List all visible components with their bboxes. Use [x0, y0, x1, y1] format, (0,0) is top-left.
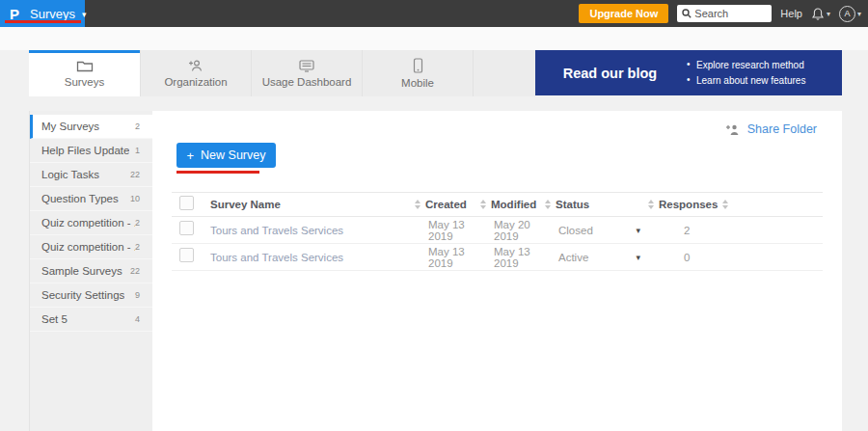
sidebar-item[interactable]: Help Files Update 1 — [30, 139, 152, 163]
row-checkbox-cell — [172, 248, 210, 266]
row-checkbox[interactable] — [179, 248, 194, 262]
search-icon — [682, 9, 692, 18]
status-dropdown[interactable]: ▾ — [636, 253, 640, 262]
sort-icon[interactable] — [722, 200, 728, 209]
sidebar-item-count: 9 — [135, 290, 140, 300]
sidebar-item[interactable]: My Surveys 2 — [30, 115, 152, 139]
sidebar-item[interactable]: Quiz competition - ... 2 — [30, 235, 152, 259]
sidebar-folders: My Surveys 2 Help Files Update 1 Logic T… — [29, 111, 152, 431]
sort-icon[interactable] — [648, 200, 654, 209]
sidebar-item-label: Security Settings — [41, 289, 124, 301]
responses-cell: 0 — [648, 252, 823, 263]
survey-name-link[interactable]: Tours and Travels Services — [210, 252, 415, 263]
blog-banner-bullet: Explore research method — [685, 60, 836, 70]
row-checkbox-cell — [172, 221, 210, 239]
sidebar-item-count: 10 — [130, 194, 140, 203]
status-cell: Closed ▾ — [545, 225, 648, 236]
person-add-icon — [725, 123, 742, 136]
new-survey-label: New Survey — [201, 148, 265, 162]
sidebar-item[interactable]: Logic Tasks 22 — [30, 163, 152, 187]
survey-name-link[interactable]: Tours and Travels Services — [210, 225, 415, 236]
responses-cell: 2 — [648, 225, 823, 236]
blog-banner-bullets: Explore research methodLearn about new f… — [685, 60, 842, 86]
sidebar-item-count: 22 — [130, 266, 140, 276]
sidebar-item-label: Sample Surveys — [41, 265, 122, 277]
tab-usage-dashboard[interactable]: Usage Dashboard — [251, 50, 362, 96]
blog-banner-bullet: Learn about new features — [685, 75, 836, 86]
sort-icon[interactable] — [415, 200, 420, 209]
sidebar-item-label: Logic Tasks — [41, 169, 99, 180]
column-label: Survey Name — [210, 199, 281, 210]
select-all-checkbox[interactable] — [179, 196, 194, 210]
status-cell: Active ▾ — [545, 252, 648, 263]
sidebar-item-label: Quiz competition - ... — [41, 241, 135, 253]
column-header-modified[interactable]: Modified — [480, 199, 545, 210]
sidebar-item[interactable]: Quiz competition - ... 2 — [30, 211, 152, 235]
upgrade-now-button[interactable]: Upgrade Now — [579, 4, 668, 23]
sort-icon[interactable] — [480, 200, 486, 209]
sidebar-item-count: 2 — [135, 242, 140, 252]
primary-tabs: Surveys Organization Usage Dashboard Mob… — [29, 50, 535, 96]
avatar: A — [839, 6, 855, 22]
header-checkbox-cell — [172, 196, 210, 214]
column-label: Status — [556, 199, 589, 210]
page: P Surveys ▾ Upgrade Now Help ▾ A ▾ — [0, 0, 868, 431]
search-input[interactable] — [694, 8, 764, 19]
topbar-actions: Upgrade Now Help ▾ A ▾ — [579, 0, 861, 27]
app-menu-label: Surveys — [30, 7, 75, 21]
tab-label: Usage Dashboard — [262, 76, 352, 88]
created-cell: May 13 2019 — [415, 246, 480, 269]
sidebar-item-count: 22 — [130, 170, 140, 179]
status-value: Closed — [558, 225, 593, 236]
sidebar-item-label: Help Files Update — [41, 145, 129, 156]
tab-surveys[interactable]: Surveys — [29, 50, 140, 96]
folder-icon — [76, 59, 94, 72]
sidebar-item-count: 2 — [135, 218, 140, 228]
app-switcher-menu[interactable]: P Surveys ▾ — [0, 0, 85, 27]
column-header-survey-name[interactable]: Survey Name — [210, 199, 415, 210]
column-header-responses[interactable]: Responses — [648, 199, 823, 210]
sidebar-item-label: Question Types — [41, 193, 119, 204]
column-header-created[interactable]: Created — [415, 199, 480, 210]
chevron-down-icon: ▾ — [82, 10, 87, 19]
column-header-status[interactable]: Status — [545, 199, 648, 210]
plus-icon: + — [187, 148, 195, 163]
notifications-menu[interactable]: ▾ — [811, 7, 830, 21]
chevron-down-icon: ▾ — [857, 10, 861, 18]
blog-banner[interactable]: Read our blog Explore research methodLea… — [535, 50, 842, 95]
created-cell: May 13 2019 — [415, 219, 480, 242]
header-spacer — [0, 27, 868, 50]
account-menu[interactable]: A ▾ — [839, 6, 861, 22]
brand-logo: P — [10, 6, 19, 22]
bell-icon — [811, 7, 825, 21]
sidebar-item[interactable]: Sample Surveys 22 — [30, 259, 152, 283]
tab-organization[interactable]: Organization — [140, 50, 251, 96]
person-add-icon — [187, 59, 205, 72]
tab-mobile[interactable]: Mobile — [362, 50, 473, 96]
sidebar-item[interactable]: Set 5 4 — [30, 308, 152, 332]
sidebar-item-label: Set 5 — [41, 313, 68, 325]
chevron-down-icon: ▾ — [827, 10, 830, 18]
sidebar-item-count: 1 — [135, 146, 140, 155]
tab-label: Organization — [164, 76, 227, 88]
surveys-table: Survey Name Created Modified Status Resp… — [172, 192, 823, 271]
sort-icon[interactable] — [545, 200, 551, 209]
table-header-row: Survey Name Created Modified Status Resp… — [172, 192, 823, 217]
annotation-underline — [176, 171, 259, 174]
help-link[interactable]: Help — [780, 8, 802, 19]
share-folder-link[interactable]: Share Folder — [725, 122, 817, 136]
modified-cell: May 20 2019 — [480, 219, 545, 242]
sidebar-item-count: 4 — [135, 314, 140, 324]
tab-label: Mobile — [401, 77, 434, 89]
row-checkbox[interactable] — [179, 221, 194, 235]
main-panel: Share Folder + New Survey Survey Name Cr… — [152, 111, 842, 431]
tabbar-filler — [473, 50, 535, 96]
search-box[interactable] — [677, 5, 772, 22]
sidebar-item[interactable]: Question Types 10 — [30, 187, 152, 211]
new-survey-button[interactable]: + New Survey — [176, 143, 276, 168]
status-value: Active — [558, 252, 588, 263]
sidebar-item-label: My Surveys — [41, 121, 99, 132]
table-row: Tours and Travels Services May 13 2019 M… — [172, 217, 823, 244]
status-dropdown[interactable]: ▾ — [636, 226, 640, 235]
sidebar-item[interactable]: Security Settings 9 — [30, 283, 152, 308]
